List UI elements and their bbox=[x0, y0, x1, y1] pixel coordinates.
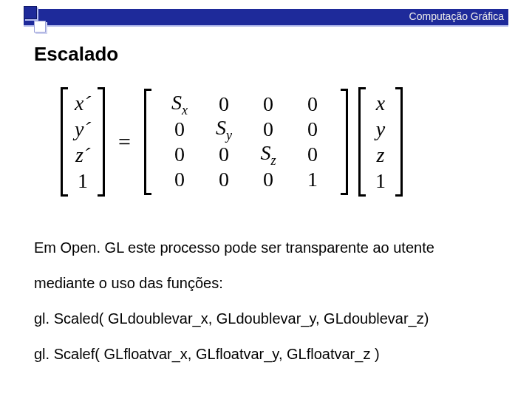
cell: 0 bbox=[219, 168, 229, 191]
cell: Sz bbox=[260, 141, 276, 168]
bracket-right-icon bbox=[98, 87, 105, 197]
cell: 1 bbox=[370, 168, 391, 194]
cell: 0 bbox=[219, 143, 229, 166]
cell: Sx bbox=[171, 91, 188, 118]
bracket-left-icon bbox=[358, 87, 366, 197]
cell: 1 bbox=[307, 168, 318, 191]
lhs-vector-cells: x´ y´ z´ 1 bbox=[68, 87, 98, 197]
rhs-vector: x y z 1 bbox=[358, 87, 403, 197]
header-bar: Computação Gráfica bbox=[24, 9, 508, 25]
body-line-4: gl. Scalef( GLfloatvar_x, GLfloatvar_y, … bbox=[34, 344, 498, 364]
cell: y bbox=[370, 116, 391, 142]
cell: 0 bbox=[307, 143, 318, 166]
cell: 0 bbox=[307, 117, 318, 141]
bracket-right-icon bbox=[395, 87, 403, 197]
cell: x bbox=[370, 90, 391, 116]
matrix: Sx 0 0 0 0 Sy 0 0 0 0 Sz 0 0 0 0 1 bbox=[144, 89, 348, 195]
body-line-1: Em Open. GL este processo pode ser trans… bbox=[34, 238, 498, 257]
header-underline bbox=[24, 25, 508, 27]
bracket-right-icon bbox=[341, 89, 348, 195]
cell: y´ bbox=[72, 116, 93, 142]
cell: 0 bbox=[174, 143, 185, 166]
header-breadcrumb: Computação Gráfica bbox=[409, 10, 504, 22]
cell: 0 bbox=[174, 168, 185, 191]
bracket-left-icon bbox=[61, 87, 68, 197]
rhs-vector-cells: x y z 1 bbox=[366, 87, 395, 197]
lhs-vector: x´ y´ z´ 1 bbox=[61, 87, 105, 197]
equation-row: x´ y´ z´ 1 = Sx 0 0 0 0 Sy 0 0 bbox=[61, 87, 403, 197]
matrix-cells: Sx 0 0 0 0 Sy 0 0 0 0 Sz 0 0 0 0 1 bbox=[151, 89, 341, 195]
cell: 0 bbox=[263, 117, 273, 141]
cell: 1 bbox=[72, 168, 93, 194]
cell: 0 bbox=[307, 92, 318, 116]
body-line-3: gl. Scaled( GLdoublevar_x, GLdoublevar_y… bbox=[34, 309, 498, 328]
bullet-square-blue bbox=[24, 6, 37, 19]
body-line-2: mediante o uso das funções: bbox=[34, 273, 498, 293]
cell: 0 bbox=[263, 168, 273, 191]
page-title: Escalado bbox=[34, 43, 118, 66]
cell: z´ bbox=[72, 142, 93, 168]
bullet-square-white bbox=[34, 21, 46, 33]
cell: 0 bbox=[219, 92, 229, 116]
cell: 0 bbox=[174, 117, 185, 141]
cell: z bbox=[370, 142, 391, 168]
cell: Sy bbox=[216, 116, 232, 143]
cell: x´ bbox=[72, 90, 93, 116]
slide: Computação Gráfica Escalado x´ y´ z´ 1 =… bbox=[0, 0, 532, 399]
equals-sign: = bbox=[115, 129, 134, 154]
cell: 0 bbox=[263, 92, 273, 116]
equation: x´ y´ z´ 1 = Sx 0 0 0 0 Sy 0 0 bbox=[61, 87, 403, 197]
bracket-left-icon bbox=[144, 89, 151, 195]
